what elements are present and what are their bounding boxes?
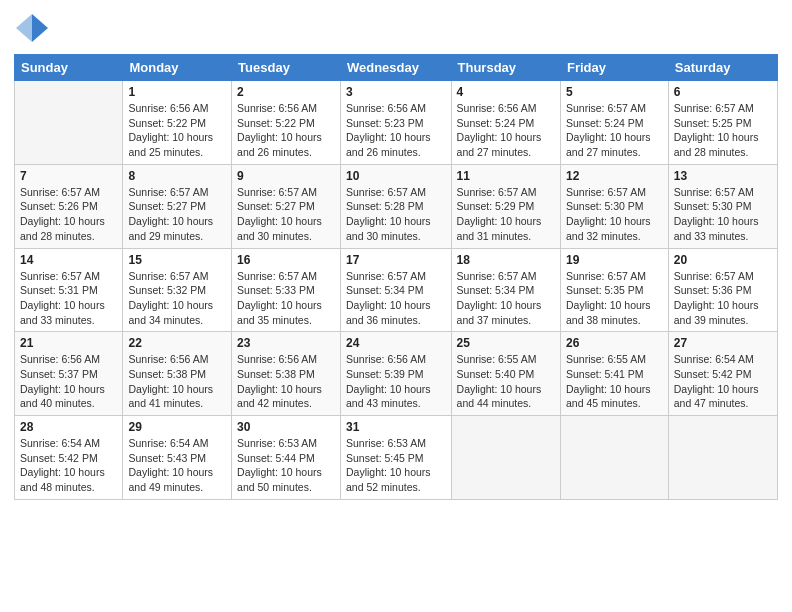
day-number: 21 xyxy=(20,336,117,350)
calendar-cell: 5Sunrise: 6:57 AMSunset: 5:24 PMDaylight… xyxy=(560,81,668,165)
day-info: Sunrise: 6:53 AMSunset: 5:45 PMDaylight:… xyxy=(346,436,446,495)
day-number: 8 xyxy=(128,169,226,183)
logo-icon xyxy=(14,10,50,46)
calendar-cell: 12Sunrise: 6:57 AMSunset: 5:30 PMDayligh… xyxy=(560,164,668,248)
day-info: Sunrise: 6:56 AMSunset: 5:39 PMDaylight:… xyxy=(346,352,446,411)
calendar-cell: 13Sunrise: 6:57 AMSunset: 5:30 PMDayligh… xyxy=(668,164,777,248)
day-info: Sunrise: 6:57 AMSunset: 5:34 PMDaylight:… xyxy=(457,269,555,328)
day-number: 30 xyxy=(237,420,335,434)
day-info: Sunrise: 6:57 AMSunset: 5:34 PMDaylight:… xyxy=(346,269,446,328)
calendar-cell: 8Sunrise: 6:57 AMSunset: 5:27 PMDaylight… xyxy=(123,164,232,248)
calendar-cell: 20Sunrise: 6:57 AMSunset: 5:36 PMDayligh… xyxy=(668,248,777,332)
day-info: Sunrise: 6:55 AMSunset: 5:40 PMDaylight:… xyxy=(457,352,555,411)
day-info: Sunrise: 6:57 AMSunset: 5:32 PMDaylight:… xyxy=(128,269,226,328)
calendar-header-tuesday: Tuesday xyxy=(232,55,341,81)
logo xyxy=(14,10,54,46)
day-info: Sunrise: 6:57 AMSunset: 5:35 PMDaylight:… xyxy=(566,269,663,328)
calendar-cell: 1Sunrise: 6:56 AMSunset: 5:22 PMDaylight… xyxy=(123,81,232,165)
calendar-cell: 27Sunrise: 6:54 AMSunset: 5:42 PMDayligh… xyxy=(668,332,777,416)
calendar-header-row: SundayMondayTuesdayWednesdayThursdayFrid… xyxy=(15,55,778,81)
day-number: 3 xyxy=(346,85,446,99)
day-number: 7 xyxy=(20,169,117,183)
day-info: Sunrise: 6:56 AMSunset: 5:23 PMDaylight:… xyxy=(346,101,446,160)
day-info: Sunrise: 6:56 AMSunset: 5:38 PMDaylight:… xyxy=(128,352,226,411)
calendar-week-row: 21Sunrise: 6:56 AMSunset: 5:37 PMDayligh… xyxy=(15,332,778,416)
day-info: Sunrise: 6:56 AMSunset: 5:24 PMDaylight:… xyxy=(457,101,555,160)
day-number: 19 xyxy=(566,253,663,267)
day-number: 9 xyxy=(237,169,335,183)
day-number: 23 xyxy=(237,336,335,350)
day-info: Sunrise: 6:57 AMSunset: 5:33 PMDaylight:… xyxy=(237,269,335,328)
day-info: Sunrise: 6:54 AMSunset: 5:43 PMDaylight:… xyxy=(128,436,226,495)
day-number: 28 xyxy=(20,420,117,434)
day-number: 29 xyxy=(128,420,226,434)
day-info: Sunrise: 6:57 AMSunset: 5:31 PMDaylight:… xyxy=(20,269,117,328)
day-info: Sunrise: 6:57 AMSunset: 5:27 PMDaylight:… xyxy=(128,185,226,244)
day-number: 15 xyxy=(128,253,226,267)
day-number: 6 xyxy=(674,85,772,99)
svg-marker-1 xyxy=(16,14,32,42)
day-info: Sunrise: 6:57 AMSunset: 5:25 PMDaylight:… xyxy=(674,101,772,160)
calendar-cell: 23Sunrise: 6:56 AMSunset: 5:38 PMDayligh… xyxy=(232,332,341,416)
day-number: 2 xyxy=(237,85,335,99)
calendar-week-row: 7Sunrise: 6:57 AMSunset: 5:26 PMDaylight… xyxy=(15,164,778,248)
calendar-cell xyxy=(15,81,123,165)
day-number: 27 xyxy=(674,336,772,350)
calendar-header-wednesday: Wednesday xyxy=(340,55,451,81)
day-info: Sunrise: 6:56 AMSunset: 5:38 PMDaylight:… xyxy=(237,352,335,411)
day-number: 18 xyxy=(457,253,555,267)
day-number: 17 xyxy=(346,253,446,267)
page: SundayMondayTuesdayWednesdayThursdayFrid… xyxy=(0,0,792,612)
calendar-cell: 21Sunrise: 6:56 AMSunset: 5:37 PMDayligh… xyxy=(15,332,123,416)
calendar-cell: 2Sunrise: 6:56 AMSunset: 5:22 PMDaylight… xyxy=(232,81,341,165)
day-info: Sunrise: 6:54 AMSunset: 5:42 PMDaylight:… xyxy=(20,436,117,495)
calendar-table: SundayMondayTuesdayWednesdayThursdayFrid… xyxy=(14,54,778,500)
day-info: Sunrise: 6:57 AMSunset: 5:26 PMDaylight:… xyxy=(20,185,117,244)
calendar-header-sunday: Sunday xyxy=(15,55,123,81)
calendar-cell: 16Sunrise: 6:57 AMSunset: 5:33 PMDayligh… xyxy=(232,248,341,332)
calendar-header-friday: Friday xyxy=(560,55,668,81)
calendar-cell: 18Sunrise: 6:57 AMSunset: 5:34 PMDayligh… xyxy=(451,248,560,332)
calendar-cell xyxy=(560,416,668,500)
day-info: Sunrise: 6:57 AMSunset: 5:30 PMDaylight:… xyxy=(566,185,663,244)
day-number: 5 xyxy=(566,85,663,99)
day-number: 4 xyxy=(457,85,555,99)
day-info: Sunrise: 6:56 AMSunset: 5:22 PMDaylight:… xyxy=(128,101,226,160)
calendar-cell: 10Sunrise: 6:57 AMSunset: 5:28 PMDayligh… xyxy=(340,164,451,248)
calendar-week-row: 28Sunrise: 6:54 AMSunset: 5:42 PMDayligh… xyxy=(15,416,778,500)
day-number: 1 xyxy=(128,85,226,99)
calendar-cell: 26Sunrise: 6:55 AMSunset: 5:41 PMDayligh… xyxy=(560,332,668,416)
calendar-header-monday: Monday xyxy=(123,55,232,81)
day-number: 25 xyxy=(457,336,555,350)
day-info: Sunrise: 6:57 AMSunset: 5:24 PMDaylight:… xyxy=(566,101,663,160)
calendar-week-row: 1Sunrise: 6:56 AMSunset: 5:22 PMDaylight… xyxy=(15,81,778,165)
day-number: 11 xyxy=(457,169,555,183)
day-number: 20 xyxy=(674,253,772,267)
day-info: Sunrise: 6:57 AMSunset: 5:36 PMDaylight:… xyxy=(674,269,772,328)
day-number: 13 xyxy=(674,169,772,183)
calendar-header-saturday: Saturday xyxy=(668,55,777,81)
calendar-cell: 17Sunrise: 6:57 AMSunset: 5:34 PMDayligh… xyxy=(340,248,451,332)
calendar-cell: 19Sunrise: 6:57 AMSunset: 5:35 PMDayligh… xyxy=(560,248,668,332)
calendar-cell: 25Sunrise: 6:55 AMSunset: 5:40 PMDayligh… xyxy=(451,332,560,416)
calendar-cell: 7Sunrise: 6:57 AMSunset: 5:26 PMDaylight… xyxy=(15,164,123,248)
calendar-header-thursday: Thursday xyxy=(451,55,560,81)
calendar-cell xyxy=(451,416,560,500)
day-info: Sunrise: 6:56 AMSunset: 5:22 PMDaylight:… xyxy=(237,101,335,160)
day-info: Sunrise: 6:56 AMSunset: 5:37 PMDaylight:… xyxy=(20,352,117,411)
calendar-cell: 24Sunrise: 6:56 AMSunset: 5:39 PMDayligh… xyxy=(340,332,451,416)
calendar-cell: 9Sunrise: 6:57 AMSunset: 5:27 PMDaylight… xyxy=(232,164,341,248)
calendar-cell: 6Sunrise: 6:57 AMSunset: 5:25 PMDaylight… xyxy=(668,81,777,165)
calendar-cell: 22Sunrise: 6:56 AMSunset: 5:38 PMDayligh… xyxy=(123,332,232,416)
calendar-cell: 31Sunrise: 6:53 AMSunset: 5:45 PMDayligh… xyxy=(340,416,451,500)
calendar-cell: 3Sunrise: 6:56 AMSunset: 5:23 PMDaylight… xyxy=(340,81,451,165)
day-number: 16 xyxy=(237,253,335,267)
day-number: 12 xyxy=(566,169,663,183)
calendar-cell: 29Sunrise: 6:54 AMSunset: 5:43 PMDayligh… xyxy=(123,416,232,500)
calendar-cell: 28Sunrise: 6:54 AMSunset: 5:42 PMDayligh… xyxy=(15,416,123,500)
day-info: Sunrise: 6:55 AMSunset: 5:41 PMDaylight:… xyxy=(566,352,663,411)
calendar-cell: 11Sunrise: 6:57 AMSunset: 5:29 PMDayligh… xyxy=(451,164,560,248)
header xyxy=(14,10,778,46)
day-info: Sunrise: 6:54 AMSunset: 5:42 PMDaylight:… xyxy=(674,352,772,411)
day-number: 26 xyxy=(566,336,663,350)
